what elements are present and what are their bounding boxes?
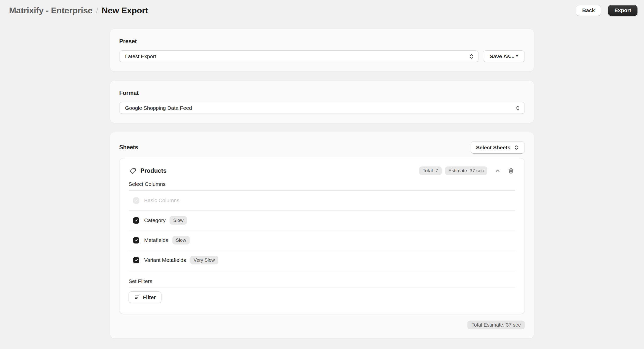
checkbox-metafields[interactable]	[133, 237, 139, 243]
page-header: Matrixify - Enterprise / New Export Back…	[0, 0, 644, 21]
header-actions: Back Export	[576, 5, 637, 16]
column-label[interactable]: Metafields	[144, 237, 168, 243]
select-sheets-button[interactable]: Select Sheets	[471, 141, 525, 154]
column-label[interactable]: Variant Metafields	[144, 257, 186, 263]
sheets-head: Sheets Select Sheets	[119, 141, 525, 154]
collapse-sheet-button[interactable]	[494, 167, 501, 174]
total-badge: Total: 7	[419, 166, 441, 175]
page-title: New Export	[102, 6, 148, 15]
column-label[interactable]: Category	[144, 217, 166, 223]
breadcrumb: Matrixify - Enterprise / New Export	[9, 6, 148, 15]
set-filters-label: Set Filters	[129, 278, 515, 288]
filter-button-label: Filter	[143, 294, 156, 300]
tag-icon	[130, 167, 136, 174]
breadcrumb-separator: /	[96, 6, 98, 15]
main-content: Preset Latest Export Save As... * Format…	[110, 29, 534, 339]
export-button[interactable]: Export	[608, 5, 637, 16]
preset-card: Preset Latest Export Save As... *	[110, 29, 534, 72]
filter-button[interactable]: Filter	[129, 291, 162, 303]
checkbox-variant-metafields[interactable]	[133, 257, 139, 263]
column-row-basic-columns: Basic Columns	[129, 191, 515, 211]
preset-selected-value: Latest Export	[125, 53, 156, 59]
format-select[interactable]: Google Shopping Data Feed	[119, 102, 525, 114]
column-row-variant-metafields: Variant Metafields Very Slow	[129, 250, 515, 270]
filter-icon	[134, 294, 140, 300]
total-estimate-row: Total Estimate: 37 sec	[119, 321, 525, 329]
preset-heading: Preset	[119, 38, 525, 45]
save-as-button[interactable]: Save As... *	[483, 50, 525, 62]
sheets-card: Sheets Select Sheets Products Total: 7	[110, 132, 534, 339]
select-columns-label: Select Columns	[129, 181, 515, 191]
updown-caret-icon	[513, 145, 519, 151]
speed-badge: Slow	[172, 236, 190, 245]
sheet-name: Products	[140, 167, 167, 174]
column-label[interactable]: Basic Columns	[144, 197, 179, 203]
preset-field-row: Latest Export Save As... *	[119, 50, 525, 62]
trash-icon	[507, 167, 514, 174]
format-card: Format Google Shopping Data Feed	[110, 80, 534, 123]
delete-sheet-button[interactable]	[507, 167, 514, 174]
column-row-category: Category Slow	[129, 211, 515, 230]
back-button[interactable]: Back	[576, 5, 601, 16]
sheets-heading: Sheets	[119, 144, 138, 151]
sheet-actions	[494, 167, 514, 174]
select-sheets-label: Select Sheets	[476, 145, 510, 151]
checkbox-category[interactable]	[133, 217, 139, 224]
estimate-badge: Estimate: 37 sec	[445, 166, 487, 175]
total-estimate-badge: Total Estimate: 37 sec	[467, 321, 525, 329]
updown-caret-icon	[468, 53, 475, 60]
format-selected-value: Google Shopping Data Feed	[125, 105, 192, 111]
checkbox-basic-columns[interactable]	[133, 197, 139, 204]
column-row-metafields: Metafields Slow	[129, 230, 515, 250]
sheet-body: Select Columns Basic Columns Category Sl…	[129, 181, 515, 303]
chevron-up-icon	[494, 167, 501, 174]
preset-select[interactable]: Latest Export	[119, 50, 478, 62]
products-sheet-title: Products	[130, 167, 167, 174]
products-sheet-card: Products Total: 7 Estimate: 37 sec	[119, 158, 525, 314]
sheet-badges: Total: 7 Estimate: 37 sec	[419, 166, 487, 175]
speed-badge: Very Slow	[190, 256, 218, 264]
breadcrumb-app-name[interactable]: Matrixify - Enterprise	[9, 6, 93, 15]
speed-badge: Slow	[170, 216, 187, 225]
updown-caret-icon	[514, 105, 521, 111]
format-heading: Format	[119, 90, 525, 96]
products-sheet-header: Products Total: 7 Estimate: 37 sec	[119, 158, 525, 175]
